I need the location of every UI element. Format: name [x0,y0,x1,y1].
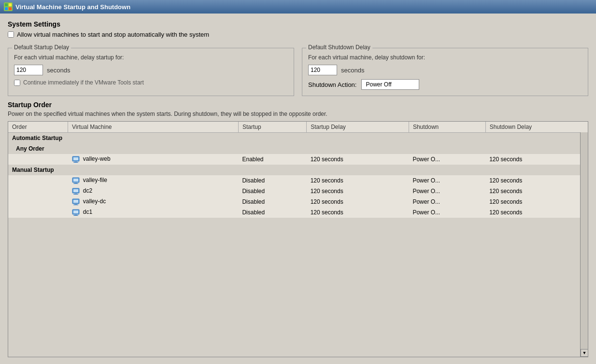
col-header-startup: Startup [238,122,306,133]
svg-rect-16 [73,194,78,195]
svg-rect-4 [9,7,12,10]
cell-vm: dc1 [68,207,239,218]
startup-order-desc: Power on the specified virtual machines … [8,111,588,117]
system-settings-section: System Settings Allow virtual machines t… [8,20,588,43]
col-header-startup-delay: Startup Delay [307,122,409,133]
cell-vm: valley-web [68,154,239,165]
shutdown-delay-box: Default Shutdown Delay For each virtual … [302,48,588,96]
col-header-shutdown: Shutdown [409,122,485,133]
cell-vm-name: dc2 [83,187,92,194]
cell-shutdown-delay: 120 seconds [485,186,588,196]
table-row[interactable]: valley-file Disabled 120 seconds Power O… [8,175,588,186]
vm-icon [72,198,80,206]
cell-vm-name: valley-file [83,177,107,183]
cell-shutdown-delay: 120 seconds [485,207,588,218]
table-scroll-area[interactable]: Order Virtual Machine Startup Startup De… [8,122,588,357]
group-row-manual: Manual Startup [8,165,588,175]
vm-icon [72,155,80,163]
cell-shutdown: Power O... [409,175,485,186]
shutdown-delay-desc: For each virtual machine, delay shutdown… [308,54,582,61]
window-icon [4,2,13,11]
main-window: Virtual Machine Startup and Shutdown Sys… [0,0,596,364]
scroll-down-button[interactable]: ▼ [581,349,588,357]
shutdown-action-value[interactable]: Power Off [361,79,419,90]
auto-start-checkbox[interactable] [8,31,14,38]
shutdown-delay-unit: seconds [341,67,364,74]
vm-icon [72,177,80,184]
svg-rect-3 [5,7,8,10]
cell-startup-delay: 120 seconds [307,186,409,196]
cell-startup-delay: 120 seconds [307,154,409,165]
cell-shutdown: Power O... [409,186,485,196]
cell-startup: Disabled [238,207,306,218]
cell-order [8,186,68,196]
svg-rect-10 [73,179,78,182]
vm-icon [72,187,80,195]
cell-startup-delay: 120 seconds [307,175,409,186]
startup-delay-unit: seconds [47,67,70,74]
cell-vm-name: dc1 [83,209,92,215]
col-header-order: Order [8,122,68,133]
startup-delay-input-row: seconds [14,65,288,75]
delay-boxes: Default Startup Delay For each virtual m… [8,48,588,96]
table-row[interactable]: valley-web Enabled 120 seconds Power O..… [8,154,588,165]
vm-icon [72,209,80,216]
cell-vm: valley-file [68,175,239,186]
cell-startup-delay: 120 seconds [307,196,409,207]
auto-start-label: Allow virtual machines to start and stop… [17,31,209,38]
vmtools-row: Continue immediately if the VMware Tools… [14,79,288,86]
table-row[interactable]: dc2 Disabled 120 seconds Power O... 120 … [8,186,588,196]
table-row[interactable]: dc1 Disabled 120 seconds Power O... 120 … [8,207,588,218]
window-title: Virtual Machine Startup and Shutdown [15,3,130,11]
col-header-vm: Virtual Machine [68,122,239,133]
table-row[interactable]: valley-dc Disabled 120 seconds Power O..… [8,196,588,207]
cell-startup: Enabled [238,154,306,165]
shutdown-delay-legend: Default Shutdown Delay [306,44,372,51]
auto-start-row: Allow virtual machines to start and stop… [8,31,588,38]
startup-delay-desc: For each virtual machine, delay startup … [14,54,288,61]
cell-shutdown: Power O... [409,154,485,165]
cell-order [8,196,68,207]
cell-startup: Disabled [238,196,306,207]
shutdown-delay-input-row: seconds [308,65,582,75]
cell-startup-delay: 120 seconds [307,207,409,218]
svg-rect-18 [73,200,78,203]
svg-rect-1 [5,3,8,6]
svg-rect-2 [9,3,12,6]
group-row-automatic: Automatic Startup [8,133,588,144]
startup-delay-box: Default Startup Delay For each virtual m… [8,48,294,96]
cell-vm: dc2 [68,186,239,196]
shutdown-action-row: Shutdown Action: Power Off [308,79,582,90]
title-bar: Virtual Machine Startup and Shutdown [0,0,596,14]
startup-order-section: Startup Order Power on the specified vir… [8,101,588,357]
table-container: Order Virtual Machine Startup Startup De… [8,121,588,357]
system-settings-title: System Settings [8,20,588,28]
scrollbar: ▲ ▼ [580,122,588,357]
cell-shutdown-delay: 120 seconds [485,175,588,186]
cell-shutdown: Power O... [409,207,485,218]
shutdown-action-label: Shutdown Action: [308,81,356,88]
shutdown-action-text: Power Off [366,81,391,88]
cell-vm-name: valley-web [83,155,111,162]
cell-order [8,154,68,165]
svg-rect-24 [73,215,78,216]
startup-order-title: Startup Order [8,101,588,109]
svg-rect-22 [73,210,78,213]
cell-vm-name: valley-dc [83,198,106,205]
vmtools-label: Continue immediately if the VMware Tools… [23,79,144,86]
shutdown-delay-input[interactable] [308,65,337,75]
cell-shutdown-delay: 120 seconds [485,154,588,165]
cell-vm: valley-dc [68,196,239,207]
svg-rect-20 [73,205,78,205]
svg-rect-6 [73,157,78,160]
cell-startup: Disabled [238,186,306,196]
cell-order [8,207,68,218]
startup-delay-input[interactable] [14,65,43,75]
content-area: System Settings Allow virtual machines t… [0,14,596,364]
startup-delay-legend: Default Startup Delay [12,44,71,51]
cell-shutdown-delay: 120 seconds [485,196,588,207]
cell-order [8,175,68,186]
svg-rect-12 [73,183,78,184]
vmtools-checkbox[interactable] [14,80,20,86]
svg-rect-14 [73,189,78,192]
